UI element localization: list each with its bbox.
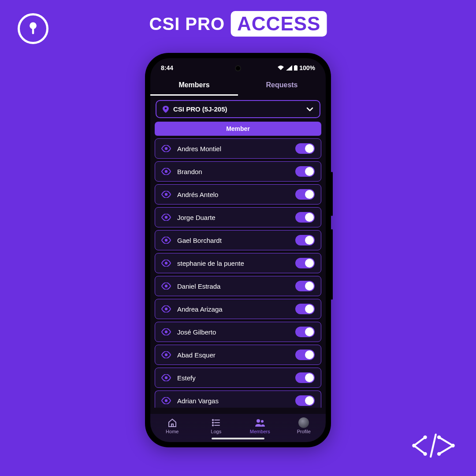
eye-icon[interactable] xyxy=(161,168,171,175)
code-icon xyxy=(410,430,457,461)
title-badge: ACCESS xyxy=(231,11,327,37)
member-name: Gael Borchardt xyxy=(177,237,222,244)
member-row[interactable]: José Gilberto xyxy=(155,322,321,342)
member-name: José Gilberto xyxy=(177,328,216,336)
nav-profile[interactable]: Profile xyxy=(282,417,326,434)
member-row[interactable]: Abad Esquer xyxy=(155,345,321,365)
eye-icon[interactable] xyxy=(161,145,171,152)
member-name: Andres Montiel xyxy=(177,145,221,152)
svg-point-13 xyxy=(165,170,167,173)
svg-point-24 xyxy=(212,420,213,420)
svg-rect-1 xyxy=(32,27,34,34)
eye-icon[interactable] xyxy=(161,374,171,381)
app-title: CSI PRO ACCESS xyxy=(149,11,327,37)
nav-label: Profile xyxy=(297,429,311,434)
tab-members[interactable]: Members xyxy=(150,77,238,96)
member-name: Brandon xyxy=(177,168,202,175)
member-list: Andres MontielBrandonAndrés AnteloJorge … xyxy=(150,138,326,442)
home-icon xyxy=(167,417,178,428)
location-label: CSI PRO (5J-205) xyxy=(173,105,227,113)
member-toggle[interactable] xyxy=(295,327,315,337)
nav-logs[interactable]: Logs xyxy=(194,417,238,434)
svg-point-14 xyxy=(165,193,167,196)
eye-icon[interactable] xyxy=(161,214,171,221)
tab-requests[interactable]: Requests xyxy=(238,77,326,96)
list-icon xyxy=(211,417,221,428)
members-icon xyxy=(255,417,265,428)
member-toggle[interactable] xyxy=(295,258,315,268)
wifi-icon xyxy=(277,65,284,71)
member-row[interactable]: stephanie de la puente xyxy=(155,253,321,273)
status-battery: 100% xyxy=(299,64,315,71)
member-name: Estefy xyxy=(177,374,196,382)
svg-point-16 xyxy=(165,239,167,242)
svg-point-28 xyxy=(212,425,213,426)
member-toggle[interactable] xyxy=(295,189,315,200)
status-time: 8:44 xyxy=(161,64,173,71)
svg-point-15 xyxy=(165,216,167,219)
nav-members[interactable]: Members xyxy=(238,417,282,434)
svg-point-8 xyxy=(437,452,441,456)
member-toggle[interactable] xyxy=(295,143,315,154)
member-toggle[interactable] xyxy=(295,372,315,383)
phone-frame: 8:44 100% Members Requests CSI PRO (5J-2… xyxy=(145,53,331,447)
svg-point-19 xyxy=(165,308,167,310)
svg-point-6 xyxy=(437,435,441,439)
member-row[interactable]: Andrea Arizaga xyxy=(155,299,321,319)
svg-point-30 xyxy=(257,419,260,423)
svg-point-23 xyxy=(165,399,167,402)
svg-point-21 xyxy=(165,353,167,356)
member-row[interactable]: Gael Borchardt xyxy=(155,230,321,250)
nav-label: Home xyxy=(166,429,178,434)
member-name: Daniel Estrada xyxy=(177,283,220,290)
member-name: Andrea Arizaga xyxy=(177,305,223,313)
member-row[interactable]: Estefy xyxy=(155,368,321,388)
member-row[interactable]: Andrés Antelo xyxy=(155,184,321,205)
section-header-member: Member xyxy=(155,122,321,136)
member-toggle[interactable] xyxy=(295,235,315,245)
member-name: Abad Esquer xyxy=(177,351,216,359)
eye-icon[interactable] xyxy=(161,397,171,404)
eye-icon[interactable] xyxy=(161,351,171,358)
eye-icon[interactable] xyxy=(161,237,171,244)
member-name: Jorge Duarte xyxy=(177,214,216,221)
nav-label: Logs xyxy=(211,429,221,434)
svg-rect-9 xyxy=(294,66,298,71)
svg-point-26 xyxy=(212,422,213,423)
svg-point-20 xyxy=(165,331,167,333)
member-toggle[interactable] xyxy=(295,304,315,314)
pin-icon xyxy=(163,106,169,113)
title-prefix: CSI PRO xyxy=(149,14,225,34)
home-indicator xyxy=(212,438,264,439)
svg-point-4 xyxy=(412,444,416,447)
svg-rect-10 xyxy=(295,65,297,66)
nav-home[interactable]: Home xyxy=(150,417,194,434)
eye-icon[interactable] xyxy=(161,260,171,267)
svg-point-3 xyxy=(423,435,427,439)
member-row[interactable]: Andres Montiel xyxy=(155,138,321,159)
eye-icon[interactable] xyxy=(161,305,171,312)
svg-point-12 xyxy=(165,147,167,150)
member-toggle[interactable] xyxy=(295,281,315,291)
nav-label: Members xyxy=(250,429,270,434)
member-toggle[interactable] xyxy=(295,395,315,406)
chevron-down-icon xyxy=(306,107,313,112)
member-row[interactable]: Adrian Vargas xyxy=(155,390,321,408)
member-name: Adrian Vargas xyxy=(177,397,219,405)
svg-point-7 xyxy=(451,444,454,447)
member-row[interactable]: Jorge Duarte xyxy=(155,207,321,227)
location-select[interactable]: CSI PRO (5J-205) xyxy=(156,100,320,118)
member-toggle[interactable] xyxy=(295,350,315,360)
screen: 8:44 100% Members Requests CSI PRO (5J-2… xyxy=(150,58,326,442)
member-toggle[interactable] xyxy=(295,166,315,177)
signal-icon xyxy=(286,65,292,71)
member-row[interactable]: Brandon xyxy=(155,161,321,182)
svg-point-18 xyxy=(165,285,167,287)
member-row[interactable]: Daniel Estrada xyxy=(155,276,321,296)
eye-icon[interactable] xyxy=(161,328,171,335)
eye-icon[interactable] xyxy=(161,191,171,198)
eye-icon[interactable] xyxy=(161,283,171,290)
camera-hole xyxy=(235,65,241,71)
member-toggle[interactable] xyxy=(295,212,315,223)
member-name: Andrés Antelo xyxy=(177,191,218,198)
